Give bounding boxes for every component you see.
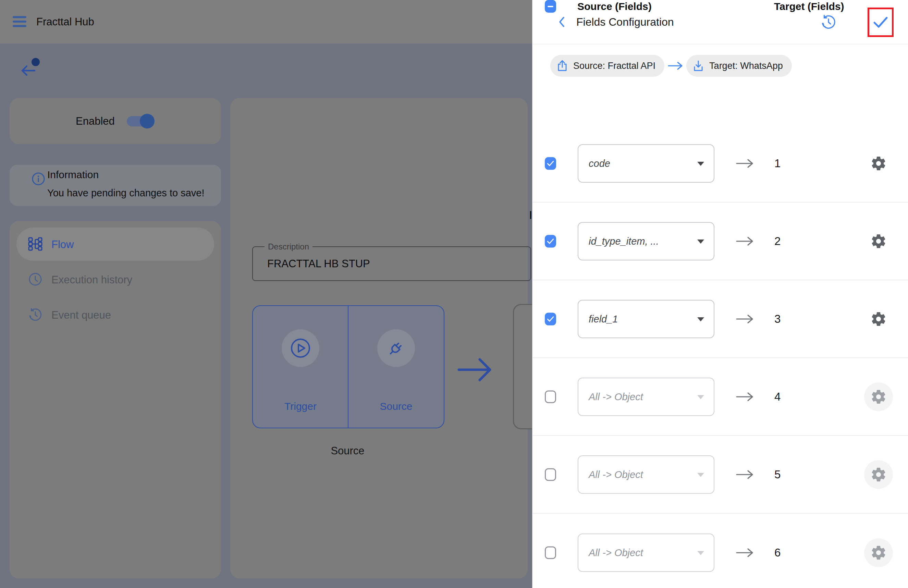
source-field-dropdown[interactable]: All -> Object bbox=[578, 455, 715, 494]
notification-dot bbox=[32, 58, 40, 66]
clock-icon bbox=[28, 272, 43, 287]
menu-item-flow-label: Flow bbox=[52, 238, 74, 251]
row-checkbox[interactable] bbox=[545, 157, 556, 170]
clipped-text-fragment: I bbox=[529, 208, 532, 222]
target-field-number: 2 bbox=[774, 235, 781, 248]
mapping-chips: Source: Fracttal API Target: WhatsApp bbox=[550, 55, 792, 77]
app-title: Fracttal Hub bbox=[36, 0, 94, 43]
check-icon bbox=[547, 238, 554, 244]
enabled-toggle[interactable] bbox=[127, 111, 153, 131]
source-field-value: All -> Object bbox=[589, 378, 643, 415]
source-field-dropdown[interactable]: field_1 bbox=[578, 300, 715, 338]
app-header: Fracttal Hub bbox=[0, 0, 532, 43]
row-checkbox[interactable] bbox=[545, 546, 556, 559]
select-all-checkbox[interactable] bbox=[545, 0, 556, 13]
description-field-value: FRACTTAL HB STUP bbox=[267, 247, 370, 280]
row-settings-button[interactable] bbox=[864, 460, 893, 489]
target-field-number: 5 bbox=[774, 468, 781, 481]
source-field-dropdown[interactable]: All -> Object bbox=[578, 533, 715, 572]
chip-arrow-icon bbox=[668, 60, 683, 71]
source-icon-circle bbox=[377, 329, 415, 367]
mapping-arrow-icon bbox=[736, 156, 754, 170]
trigger-source-node[interactable]: Trigger Source bbox=[252, 305, 444, 429]
caret-down-icon bbox=[697, 240, 704, 243]
check-icon bbox=[873, 16, 889, 29]
gear-icon bbox=[870, 311, 887, 327]
check-icon bbox=[547, 160, 554, 166]
hamburger-menu-icon[interactable] bbox=[13, 16, 26, 27]
mapping-arrow-icon bbox=[736, 390, 754, 404]
source-field-value: All -> Object bbox=[589, 534, 643, 571]
confirm-check-button[interactable] bbox=[868, 8, 894, 37]
mapping-arrow-icon bbox=[736, 312, 754, 326]
gear-icon bbox=[870, 466, 887, 483]
play-circle-icon bbox=[290, 338, 311, 359]
row-settings-button[interactable] bbox=[864, 149, 893, 178]
indeterminate-mark bbox=[547, 6, 553, 7]
flow-icon bbox=[28, 237, 43, 251]
flow-connector-arrow-icon bbox=[457, 354, 492, 385]
enabled-label: Enabled bbox=[76, 98, 115, 144]
flow-canvas-card: Description FRACTTAL HB STUP bbox=[230, 98, 528, 578]
caret-down-icon bbox=[697, 162, 704, 166]
row-settings-button[interactable] bbox=[864, 227, 893, 256]
node-caption: Source bbox=[252, 445, 443, 457]
source-fields-header: Source (Fields) bbox=[577, 0, 652, 13]
trigger-label: Trigger bbox=[253, 401, 348, 412]
target-field-number: 4 bbox=[774, 390, 781, 403]
screen: Fracttal Hub Enabled Information bbox=[0, 0, 908, 588]
info-icon bbox=[31, 171, 46, 187]
caret-down-icon bbox=[697, 317, 704, 321]
row-settings-button[interactable] bbox=[864, 304, 893, 333]
field-rows: code 1 id_type_item, ... bbox=[533, 125, 908, 588]
field-mapping-row: code 1 bbox=[533, 125, 908, 203]
menu-item-execution-history-label: Execution history bbox=[52, 274, 132, 286]
caret-down-icon bbox=[697, 551, 704, 555]
check-icon bbox=[547, 316, 554, 322]
gear-icon bbox=[870, 388, 887, 405]
download-icon bbox=[692, 59, 705, 72]
target-field-number: 1 bbox=[774, 157, 781, 170]
source-chip: Source: Fracttal API bbox=[550, 55, 664, 77]
source-field-value: All -> Object bbox=[589, 456, 643, 493]
target-field-number: 6 bbox=[774, 546, 781, 559]
menu-active-highlight bbox=[16, 227, 214, 261]
source-chip-label: Source: Fracttal API bbox=[573, 61, 655, 71]
target-field-number: 3 bbox=[774, 313, 781, 325]
upload-icon bbox=[556, 59, 569, 72]
source-field-dropdown[interactable]: id_type_item, ... bbox=[578, 222, 715, 260]
history-icon[interactable] bbox=[820, 14, 837, 30]
row-checkbox[interactable] bbox=[545, 468, 556, 481]
source-label: Source bbox=[348, 401, 444, 412]
source-field-dropdown[interactable]: All -> Object bbox=[578, 378, 715, 416]
flow-menu: Flow Execution history bbox=[10, 221, 221, 578]
row-checkbox[interactable] bbox=[545, 235, 556, 247]
source-field-value: id_type_item, ... bbox=[589, 223, 659, 260]
target-chip: Target: WhatsApp bbox=[686, 55, 792, 77]
info-title: Information bbox=[47, 169, 99, 180]
fields-configuration-panel: Fields Configuration bbox=[532, 0, 908, 588]
source-field-value: code bbox=[589, 145, 610, 182]
gear-icon bbox=[870, 233, 887, 250]
source-field-value: field_1 bbox=[589, 301, 618, 338]
field-mapping-row: id_type_item, ... 2 bbox=[533, 203, 908, 280]
panel-back-chevron-icon[interactable] bbox=[558, 16, 566, 28]
field-mapping-row: All -> Object 4 bbox=[533, 358, 908, 436]
trigger-icon-circle bbox=[282, 329, 319, 367]
enabled-card: Enabled bbox=[10, 98, 221, 144]
event-queue-icon bbox=[28, 307, 43, 322]
row-checkbox[interactable] bbox=[545, 390, 556, 403]
caret-down-icon bbox=[697, 395, 704, 399]
row-checkbox[interactable] bbox=[545, 313, 556, 325]
field-mapping-row: All -> Object 5 bbox=[533, 436, 908, 514]
source-field-dropdown[interactable]: code bbox=[578, 144, 715, 183]
menu-item-event-queue-label: Event queue bbox=[52, 309, 111, 321]
plug-icon bbox=[385, 338, 407, 359]
row-settings-button[interactable] bbox=[864, 382, 893, 411]
next-node-partial[interactable] bbox=[513, 304, 532, 429]
info-message: You have pending changes to save! bbox=[47, 187, 204, 199]
info-banner: Information You have pending changes to … bbox=[10, 165, 221, 206]
row-settings-button[interactable] bbox=[864, 538, 893, 567]
main-app-dimmed: Fracttal Hub Enabled Information bbox=[0, 0, 532, 588]
description-field[interactable]: Description FRACTTAL HB STUP bbox=[252, 246, 531, 281]
